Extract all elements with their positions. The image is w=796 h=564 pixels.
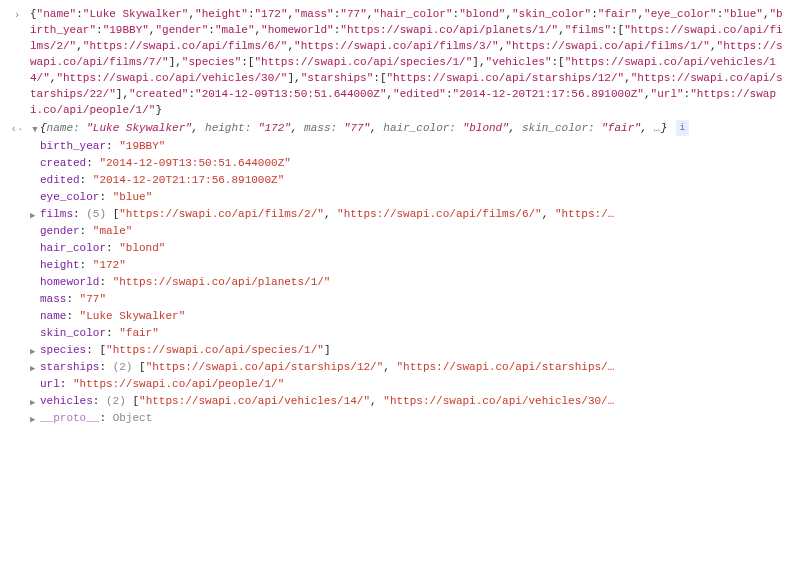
console-panel: › {"name":"Luke Skywalker","height":"172… [0,0,796,433]
property-key: birth_year [40,140,106,152]
console-output-row: ‹· ▼ {name: "Luke Skywalker", height: "1… [4,120,792,138]
property-row: edited: "2014-12-20T21:17:56.891000Z" [4,172,792,189]
property-row[interactable]: ▶vehicles: (2) ["https://swapi.co/api/ve… [4,393,792,410]
proto-key: __proto__ [40,412,99,424]
property-row: homeworld: "https://swapi.co/api/planets… [4,274,792,291]
object-property-list: birth_year: "19BBY"created: "2014-12-09T… [4,138,792,410]
property-key: vehicles [40,395,93,407]
property-row: birth_year: "19BBY" [4,138,792,155]
property-key: hair_color [40,242,106,254]
expand-toggle-icon[interactable]: ▶ [30,412,35,427]
property-row: hair_color: "blond" [4,240,792,257]
property-value: (2) ["https://swapi.co/api/starships/12/… [113,361,615,373]
property-value: "2014-12-09T13:50:51.644000Z" [99,157,290,169]
console-input-row: › {"name":"Luke Skywalker","height":"172… [4,6,792,118]
property-row: mass: "77" [4,291,792,308]
property-key: species [40,344,86,356]
property-row: gender: "male" [4,223,792,240]
property-row: created: "2014-12-09T13:50:51.644000Z" [4,155,792,172]
property-value: "Luke Skywalker" [80,310,186,322]
proto-value: Object [113,412,153,424]
property-key: name [40,310,66,322]
property-key: url [40,378,60,390]
property-key: height [40,259,80,271]
property-value: "172" [93,259,126,271]
collapse-toggle-icon[interactable]: ▼ [30,120,40,138]
output-indicator-icon: ‹· [4,120,30,137]
expand-toggle-icon[interactable]: ▶ [30,208,35,223]
property-value: (2) ["https://swapi.co/api/vehicles/14/"… [106,395,614,407]
property-row[interactable]: ▶species: ["https://swapi.co/api/species… [4,342,792,359]
property-value: "https://swapi.co/api/people/1/" [73,378,284,390]
property-key: starships [40,361,99,373]
property-row: eye_color: "blue" [4,189,792,206]
property-key: eye_color [40,191,99,203]
expand-toggle-icon[interactable]: ▶ [30,344,35,359]
property-row[interactable]: ▶starships: (2) ["https://swapi.co/api/s… [4,359,792,376]
property-row: name: "Luke Skywalker" [4,308,792,325]
property-key: edited [40,174,80,186]
property-value: "77" [80,293,106,305]
property-value: (5) ["https://swapi.co/api/films/2/", "h… [86,208,614,220]
property-value: "2014-12-20T21:17:56.891000Z" [93,174,284,186]
property-key: gender [40,225,80,237]
proto-row[interactable]: ▶ __proto__: Object [4,410,792,427]
property-key: homeworld [40,276,99,288]
property-key: skin_color [40,327,106,339]
property-value: "https://swapi.co/api/planets/1/" [113,276,331,288]
property-value: "blue" [113,191,153,203]
raw-json-text: {"name":"Luke Skywalker","height":"172",… [30,6,792,118]
property-row[interactable]: ▶films: (5) ["https://swapi.co/api/films… [4,206,792,223]
input-prompt-icon: › [4,6,30,23]
property-key: films [40,208,73,220]
property-row: height: "172" [4,257,792,274]
object-summary-line[interactable]: {name: "Luke Skywalker", height: "172", … [40,120,792,136]
expand-toggle-icon[interactable]: ▶ [30,395,35,410]
property-key: mass [40,293,66,305]
property-row: skin_color: "fair" [4,325,792,342]
expand-toggle-icon[interactable]: ▶ [30,361,35,376]
property-row: url: "https://swapi.co/api/people/1/" [4,376,792,393]
property-value: "fair" [119,327,159,339]
info-badge: i [676,120,689,136]
property-key: created [40,157,86,169]
property-value: "blond" [119,242,165,254]
property-value: "male" [93,225,133,237]
property-value: ["https://swapi.co/api/species/1/"] [99,344,330,356]
property-value: "19BBY" [119,140,165,152]
